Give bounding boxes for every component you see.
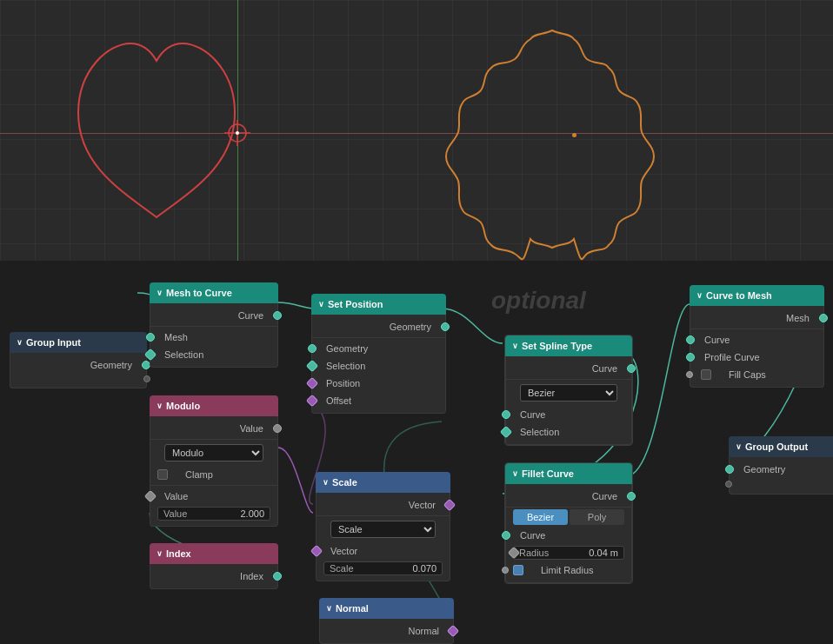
clamp-checkbox[interactable] [157, 469, 168, 480]
curve-in-row: Curve [506, 406, 631, 423]
scale-body: Vector Scale Vector Scale 0.070 [316, 493, 450, 581]
fillet-curve-header[interactable]: ∨ Fillet Curve [505, 463, 632, 484]
set-position-body: Geometry Geometry Selection Position Off… [311, 315, 446, 414]
bezier-btn[interactable]: Bezier [513, 509, 568, 525]
vector-in-socket[interactable] [310, 545, 323, 557]
fill-caps-checkbox[interactable] [701, 369, 711, 380]
modulo-dropdown[interactable]: Modulo [164, 444, 263, 461]
go-geometry-socket[interactable] [725, 465, 734, 474]
index-output-row: Index [150, 568, 277, 585]
fillet-curve-body: Curve Bezier Poly Curve Radius 0.04 m Li… [505, 484, 632, 583]
mesh-input-socket[interactable] [146, 333, 155, 342]
curve-output-socket[interactable] [273, 311, 282, 320]
chevron-icon: ∨ [323, 478, 329, 487]
dot-marker [572, 133, 576, 137]
go-extra-socket[interactable] [725, 481, 732, 488]
fillet-btn-row: Bezier Poly [513, 509, 624, 525]
fillet-curve-in-row: Curve [506, 527, 631, 544]
sel-in-label2: Selection [520, 427, 631, 437]
scale-title: Scale [332, 477, 357, 488]
radius-label: Radius [519, 548, 589, 558]
extra-socket[interactable] [143, 375, 150, 382]
vector-in-row: Vector [317, 542, 450, 560]
chevron-icon: ∨ [318, 300, 324, 309]
curve-output-row: Curve [150, 307, 277, 324]
fillet-curve-in-socket[interactable] [502, 531, 510, 540]
curve-out-row: Curve [506, 360, 631, 377]
geom-in-socket[interactable] [308, 344, 317, 353]
vector-out-label: Vector [317, 500, 436, 510]
modulo-header[interactable]: ∨ Modulo [150, 395, 278, 416]
spline-type-dropdown[interactable]: Bezier [520, 384, 617, 402]
mesh-to-curve-header[interactable]: ∨ Mesh to Curve [150, 282, 278, 303]
normal-out-label: Normal [320, 626, 439, 636]
group-output-header[interactable]: ∨ Group Output [729, 436, 833, 457]
limit-radius-label: Limit Radius [541, 565, 624, 575]
fillet-curve-out-socket[interactable] [627, 492, 636, 501]
mesh-out-label: Mesh [690, 313, 810, 323]
mesh-input-label: Mesh [164, 332, 277, 342]
curve-to-mesh-header[interactable]: ∨ Curve to Mesh [690, 285, 824, 306]
fillet-curve-out-label: Curve [506, 491, 617, 501]
chevron-icon: ∨ [696, 291, 703, 300]
vector-out-row: Vector [317, 496, 450, 514]
index-header[interactable]: ∨ Index [150, 543, 278, 564]
curve-out-label: Curve [506, 363, 617, 374]
modulo-title: Modulo [166, 401, 200, 411]
curve-to-mesh-node: ∨ Curve to Mesh Mesh Curve Profile Curve… [690, 285, 824, 388]
profile-curve-socket[interactable] [686, 353, 695, 362]
profile-curve-row: Profile Curve [690, 349, 823, 366]
scale-field[interactable]: Scale 0.070 [323, 561, 443, 575]
normal-body: Normal [319, 619, 454, 644]
wavy-circle-shape [409, 17, 696, 261]
normal-header[interactable]: ∨ Normal [319, 598, 454, 619]
index-node: ∨ Index Index [150, 543, 278, 589]
set-position-header[interactable]: ∨ Set Position [311, 294, 446, 315]
optional-label: optional [491, 287, 586, 315]
value-input-socket[interactable] [144, 490, 157, 502]
group-input-body: Geometry [10, 353, 147, 388]
chevron-icon: ∨ [512, 342, 518, 350]
value-output-row: Value [150, 420, 277, 437]
offset-in-label: Offset [326, 395, 445, 406]
ctm-curve-in-socket[interactable] [686, 335, 695, 344]
scale-header[interactable]: ∨ Scale [316, 472, 450, 493]
go-geometry-row: Geometry [730, 461, 833, 478]
group-input-node: ∨ Group Input Geometry [10, 332, 147, 388]
scale-field-label: Scale [330, 563, 412, 574]
curve-in-socket[interactable] [502, 410, 510, 419]
sel-in-socket2[interactable] [500, 426, 512, 438]
mesh-out-socket[interactable] [819, 314, 828, 322]
radius-socket[interactable] [508, 547, 520, 559]
index-output-socket[interactable] [273, 572, 282, 581]
pos-in-socket[interactable] [306, 377, 318, 389]
fill-caps-socket[interactable] [686, 371, 693, 378]
normal-out-socket[interactable] [447, 625, 459, 637]
sel-in-row2: Selection [506, 423, 631, 441]
limit-radius-checkbox[interactable] [513, 565, 523, 575]
geometry-out-socket[interactable] [441, 322, 450, 331]
chevron-icon: ∨ [512, 469, 518, 478]
sel-in-socket[interactable] [306, 360, 318, 372]
set-position-node: ∨ Set Position Geometry Geometry Selecti… [311, 294, 446, 414]
curve-out-socket[interactable] [627, 364, 636, 373]
limit-radius-socket[interactable] [502, 567, 509, 574]
radius-field[interactable]: Radius 0.04 m [513, 546, 624, 560]
modulo-node: ∨ Modulo Value Modulo Clamp Value [150, 395, 278, 527]
fill-caps-label: Fill Caps [729, 369, 823, 380]
curve-output-label: Curve [150, 310, 263, 321]
mesh-to-curve-body: Curve Mesh Selection [150, 303, 278, 368]
index-title: Index [166, 548, 191, 559]
geometry-label: Geometry [10, 360, 132, 370]
extra-socket-row [10, 374, 146, 384]
value-field[interactable]: Value 2.000 [157, 507, 270, 521]
offset-in-socket[interactable] [306, 395, 318, 407]
mesh-to-curve-node: ∨ Mesh to Curve Curve Mesh Selection [150, 282, 278, 368]
vector-out-socket[interactable] [443, 499, 456, 511]
value-output-socket[interactable] [273, 424, 282, 433]
scale-dropdown[interactable]: Scale [330, 521, 436, 538]
set-spline-type-header[interactable]: ∨ Set Spline Type [505, 335, 632, 356]
poly-btn[interactable]: Poly [570, 509, 624, 525]
group-input-header[interactable]: ∨ Group Input [10, 332, 147, 353]
set-position-title: Set Position [328, 299, 383, 309]
